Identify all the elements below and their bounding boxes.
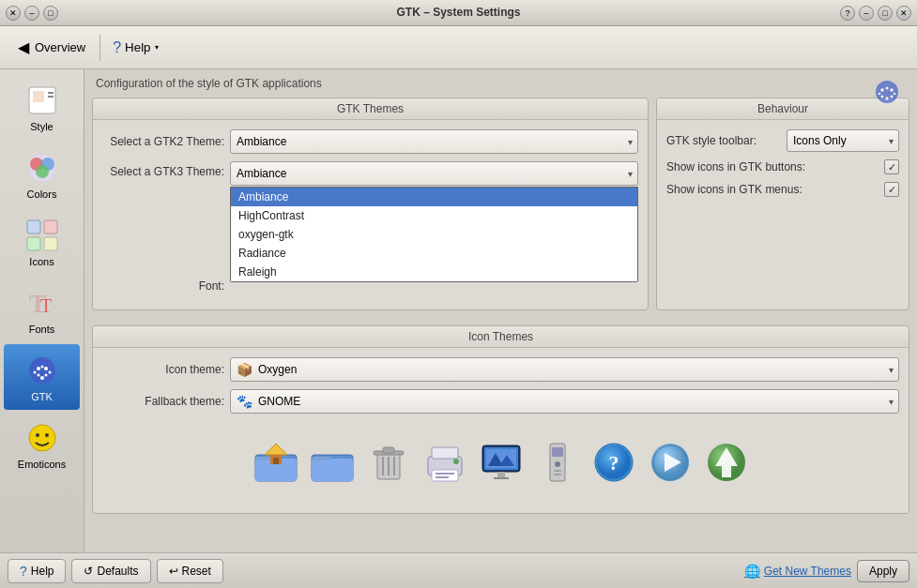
svg-point-34 — [885, 97, 889, 100]
sidebar-item-gtk[interactable]: GTK — [4, 344, 80, 410]
preview-computer — [535, 440, 580, 485]
help-button-bottom[interactable]: ? Help — [8, 559, 66, 583]
style-label: Style — [30, 121, 53, 132]
help-dropdown-arrow: ▾ — [155, 43, 159, 52]
gtk3-option-oxygen[interactable]: oxygen-gtk — [231, 225, 637, 244]
defaults-button[interactable]: ↺ Defaults — [71, 559, 150, 583]
reset-button[interactable]: ↩ Reset — [157, 559, 223, 583]
gtk3-option-ambiance[interactable]: Ambiance — [231, 188, 637, 206]
minimize-win-btn[interactable]: – — [859, 6, 874, 21]
help-icon-btn[interactable]: ? — [840, 6, 855, 21]
titlebar-right-buttons[interactable]: ? – □ ✕ — [840, 6, 911, 21]
sidebar-item-fonts[interactable]: T T Fonts — [4, 277, 80, 342]
icon-preview-area: ? — [102, 421, 899, 504]
preview-media-play — [648, 440, 693, 485]
sidebar-item-icons[interactable]: Icons — [4, 209, 80, 275]
svg-rect-51 — [432, 447, 458, 459]
titlebar: ✕ – □ GTK – System Settings ? – □ ✕ — [0, 0, 917, 26]
svg-rect-40 — [273, 458, 279, 464]
colors-icon — [23, 149, 61, 187]
toolbar-separator — [99, 35, 100, 61]
apply-button[interactable]: Apply — [857, 560, 909, 582]
svg-point-23 — [29, 425, 55, 451]
gtk2-row: Select a GTK2 Theme: Ambiance ▾ — [102, 129, 638, 154]
bottom-bar: ? Help ↺ Defaults ↩ Reset 🌐 Get New Them… — [0, 552, 917, 588]
gtk2-select[interactable]: Ambiance — [230, 129, 638, 154]
icon-theme-display[interactable]: 📦 Oxygen ▾ — [230, 357, 899, 382]
svg-rect-42 — [312, 459, 353, 481]
gtk3-option-highcontrast[interactable]: HighContrast — [231, 206, 637, 225]
emoticons-label: Emoticons — [18, 459, 66, 470]
behaviour-body: GTK style toolbar: Icons Only Text Only … — [657, 120, 909, 214]
close-button[interactable]: ✕ — [6, 6, 21, 21]
help-circle-icon: ? — [113, 39, 121, 56]
apply-label: Apply — [869, 565, 897, 578]
gtk3-select-display[interactable]: Ambiance ▾ — [230, 161, 638, 186]
icon-theme-select-wrap: 📦 Oxygen ▾ — [230, 357, 899, 382]
svg-point-20 — [37, 374, 39, 377]
content-area: Configuration of the style of GTK applic… — [84, 69, 917, 552]
sidebar-item-style[interactable]: Style — [4, 74, 80, 140]
defaults-icon: ↺ — [84, 565, 93, 578]
behaviour-panel: Behaviour GTK style toolbar: Icons Only … — [656, 98, 909, 310]
gtk-themes-header: GTK Themes — [93, 98, 648, 120]
maximize-win-btn[interactable]: □ — [878, 6, 893, 21]
preview-folder — [310, 440, 355, 485]
gtk2-label: Select a GTK2 Theme: — [102, 135, 224, 148]
maximize-button[interactable]: □ — [43, 6, 58, 21]
show-icons-menus-checkbox-area: ✓ — [884, 182, 899, 197]
gtk3-option-radiance[interactable]: Radiance — [231, 244, 637, 263]
svg-point-30 — [879, 93, 881, 96]
icons-label: Icons — [29, 256, 53, 267]
kde-gear-icon — [872, 77, 902, 113]
help-label-bottom: Help — [31, 565, 54, 578]
get-new-themes-link[interactable]: 🌐 Get New Themes — [744, 564, 851, 579]
sidebar: Style Colors — [0, 69, 84, 552]
svg-marker-38 — [265, 444, 287, 455]
fallback-display[interactable]: 🐾 GNOME ▾ — [230, 389, 899, 414]
window-controls[interactable]: ✕ – □ — [6, 6, 58, 21]
svg-point-27 — [880, 88, 884, 92]
overview-button[interactable]: ◀ Overview — [8, 34, 96, 61]
toolbar-style-label: GTK style toolbar: — [666, 134, 757, 147]
svg-rect-64 — [552, 447, 563, 457]
fallback-value: GNOME — [258, 395, 300, 408]
help-label: Help — [125, 40, 150, 54]
icon-theme-value: Oxygen — [258, 363, 297, 376]
minimize-button[interactable]: – — [24, 6, 39, 21]
gtk2-select-wrap: Ambiance ▾ — [230, 129, 638, 154]
font-label: Font: — [102, 279, 224, 293]
toolbar-style-select[interactable]: Icons Only Text Only Icons and Text — [787, 129, 899, 152]
svg-rect-52 — [432, 470, 458, 481]
svg-point-21 — [44, 374, 47, 377]
svg-point-17 — [40, 366, 43, 369]
icon-themes-header: Icon Themes — [93, 326, 909, 348]
sidebar-item-colors[interactable]: Colors — [4, 142, 80, 207]
preview-folder-home — [253, 440, 298, 485]
gtk3-select-wrap: Ambiance ▾ Ambiance HighContrast oxygen-… — [230, 161, 638, 186]
svg-rect-62 — [494, 477, 509, 479]
gtk3-option-raleigh[interactable]: Raleigh — [231, 263, 637, 281]
show-icons-buttons-checkbox[interactable]: ✓ — [884, 159, 899, 174]
svg-point-7 — [36, 165, 49, 178]
back-icon: ◀ — [18, 38, 29, 56]
svg-point-55 — [453, 459, 459, 464]
fallback-select-wrap: 🐾 GNOME ▾ — [230, 389, 899, 414]
toolbar: ◀ Overview ? Help ▾ — [0, 26, 917, 69]
svg-point-22 — [40, 376, 44, 380]
icon-theme-row: Icon theme: 📦 Oxygen ▾ — [102, 357, 899, 382]
show-icons-menus-checkbox[interactable]: ✓ — [884, 182, 899, 197]
behaviour-header: Behaviour — [657, 98, 909, 120]
sidebar-item-emoticons[interactable]: Emoticons — [4, 412, 80, 477]
fallback-theme-row: Fallback theme: 🐾 GNOME ▾ — [102, 389, 899, 414]
svg-point-15 — [37, 367, 40, 370]
gtk3-label: Select a GTK3 Theme: — [102, 161, 224, 178]
show-icons-buttons-label: Show icons in GTK buttons: — [666, 160, 805, 173]
icon-theme-icon: 📦 — [237, 362, 252, 377]
fallback-label: Fallback theme: — [102, 395, 224, 408]
svg-point-29 — [890, 88, 894, 92]
help-button[interactable]: ? Help ▾ — [104, 35, 166, 61]
show-icons-buttons-row: Show icons in GTK buttons: ✓ — [666, 159, 899, 174]
gtk-themes-panel: GTK Themes Select a GTK2 Theme: Ambiance — [92, 98, 649, 310]
close-win-btn[interactable]: ✕ — [896, 6, 911, 21]
